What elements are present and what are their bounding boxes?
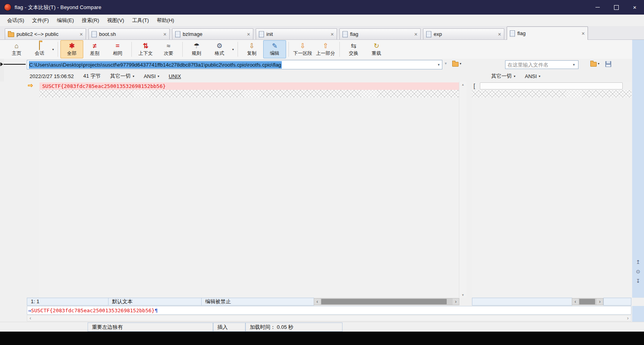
left-browse-button[interactable]: ▾: [452, 61, 461, 67]
window-controls: ×: [588, 0, 644, 15]
scrollbar-thumb[interactable]: [579, 299, 595, 304]
rules-button[interactable]: ☂ 规则: [185, 40, 208, 58]
right-horizontal-scrollbar[interactable]: ‹ ›: [572, 298, 603, 305]
previous-part-icon: ⇧: [323, 42, 328, 50]
beyond-compare-window: flag - 文本比较(T) - Beyond Compare × 会话(S) …: [0, 0, 644, 345]
previous-part-button[interactable]: ⇧ 上一部分: [314, 40, 337, 58]
sessions-button[interactable]: 会话: [28, 40, 51, 58]
right-filename-input[interactable]: [505, 60, 578, 69]
edit-line-scrollbar[interactable]: ‹ ›: [27, 315, 631, 321]
edit-button[interactable]: ✎ 编辑: [263, 40, 286, 58]
copy-icon: ⇩: [249, 42, 255, 50]
swap-button[interactable]: ⇆ 交换: [342, 40, 365, 58]
copy-button[interactable]: ⇩ 复制: [240, 40, 263, 58]
menu-search[interactable]: 搜索(R): [78, 15, 103, 26]
edit-icon: ✎: [272, 42, 277, 50]
scroll-right-icon[interactable]: ›: [597, 299, 603, 304]
tab-flag-1[interactable]: flag ×: [339, 28, 421, 39]
chevron-down-icon: ▾: [158, 75, 159, 78]
show-same-button[interactable]: = 相同: [106, 40, 129, 58]
tab-init[interactable]: init ×: [256, 28, 337, 39]
tab-close-icon[interactable]: ×: [414, 31, 417, 37]
left-vertical-scrollbar[interactable]: ▴ ▾: [459, 82, 466, 298]
left-path-text: C:\Users\asus\Desktop\projects\susctf\e9…: [29, 61, 282, 69]
menu-help[interactable]: 帮助(H): [153, 15, 178, 26]
show-same-icon: =: [116, 42, 120, 50]
tab-close-icon[interactable]: ×: [247, 31, 250, 37]
tab-close-icon[interactable]: ×: [163, 31, 167, 37]
format-button[interactable]: ⚙ 格式: [208, 40, 231, 58]
text-compare-icon: [259, 31, 264, 37]
line-edit-view[interactable]: ⇒ SUSCTF{2083fdc785eac250013532698152bb5…: [27, 306, 631, 315]
tab-public2-public[interactable]: public2 <--> public ×: [5, 28, 86, 39]
swap-icon: ⇆: [351, 42, 356, 50]
left-line-1[interactable]: SUSCTF{2083fdc785eac250013532698152bb56}: [39, 82, 459, 90]
status-bar: 重要左边独有 插入 加载时间： 0.05 秒: [0, 322, 644, 332]
close-button[interactable]: ×: [625, 0, 644, 15]
left-text-pane[interactable]: [39, 82, 459, 298]
left-horizontal-scrollbar[interactable]: ‹ ›: [314, 298, 459, 305]
edit-state: 编辑被禁止: [201, 298, 314, 306]
right-path-dropdown-icon[interactable]: ▾: [573, 63, 575, 67]
right-encoding-dropdown[interactable]: ANSI ▾: [525, 73, 540, 79]
menu-tools[interactable]: 工具(T): [128, 15, 153, 26]
nav-center-icon[interactable]: ⊙: [636, 269, 640, 274]
reload-button[interactable]: ↻ 重载: [365, 40, 388, 58]
home-button[interactable]: ⌂ 主页: [5, 40, 28, 58]
left-path-history-icon[interactable]: ▾: [445, 61, 447, 65]
show-differences-button[interactable]: ≠ 差别: [83, 40, 106, 58]
nav-down-icon[interactable]: ↧: [636, 278, 640, 284]
tab-close-icon[interactable]: ×: [498, 31, 501, 37]
scroll-down-icon[interactable]: ▾: [459, 293, 466, 297]
tab-bar: public2 <--> public × boot.sh × bzImage …: [0, 26, 644, 40]
right-text-pane[interactable]: [472, 82, 631, 298]
menu-view[interactable]: 视图(V): [103, 15, 128, 26]
right-browse-button[interactable]: ▾: [590, 61, 599, 67]
maximize-button[interactable]: [607, 0, 625, 15]
minor-icon: ≈: [167, 42, 170, 50]
menu-edit[interactable]: 编辑(E): [53, 15, 78, 26]
left-filter-dropdown[interactable]: 其它一切 ▾: [110, 73, 134, 80]
tab-exp[interactable]: exp ×: [423, 28, 504, 39]
scroll-left-icon[interactable]: ‹: [572, 299, 578, 304]
left-path-dropdown-icon[interactable]: ▾: [435, 63, 442, 67]
save-icon[interactable]: [605, 61, 611, 67]
rules-icon: ☂: [193, 42, 199, 50]
maximize-icon: [614, 5, 619, 10]
right-filter-dropdown[interactable]: 其它一切 ▾: [491, 73, 515, 80]
pane-status-row: 1: 1 默认文本 编辑被禁止 ‹ › ‹ ›: [0, 298, 644, 306]
left-path-input[interactable]: C:\Users\asus\Desktop\projects\susctf\e9…: [27, 60, 442, 69]
scroll-left-icon[interactable]: ‹: [27, 315, 34, 321]
next-section-button[interactable]: ⇩ 下一区段: [291, 40, 314, 58]
left-line-ending[interactable]: UNIX: [169, 73, 181, 79]
minor-button[interactable]: ≈ 次要: [157, 40, 180, 58]
scroll-left-icon[interactable]: ‹: [314, 299, 320, 304]
load-time: 加载时间： 0.05 秒: [245, 323, 343, 332]
minimize-button[interactable]: [588, 0, 607, 15]
menu-file[interactable]: 文件(F): [28, 15, 53, 26]
menu-session[interactable]: 会话(S): [3, 15, 28, 26]
path-bar: C:\Users\asus\Desktop\projects\susctf\e9…: [0, 59, 644, 71]
tab-boot-sh[interactable]: boot.sh ×: [88, 28, 170, 39]
scroll-right-icon[interactable]: ›: [625, 315, 631, 321]
right-line-1[interactable]: [480, 82, 623, 90]
tab-close-icon[interactable]: ×: [582, 30, 585, 37]
tab-flag-active[interactable]: flag ×: [507, 26, 588, 40]
scrollbar-thumb[interactable]: [321, 299, 447, 304]
diff-arrow-icon: ⇒: [28, 308, 31, 313]
title-bar: flag - 文本比较(T) - Beyond Compare ×: [0, 0, 644, 15]
right-file-info: 其它一切 ▾ ANSI ▾: [491, 73, 540, 80]
scroll-up-icon[interactable]: ▴: [459, 82, 466, 86]
left-encoding-dropdown[interactable]: ANSI ▾: [144, 73, 159, 79]
right-missing-area: [472, 90, 631, 97]
tab-close-icon[interactable]: ×: [80, 31, 83, 37]
format-dropdown-caret-icon[interactable]: ▾: [231, 41, 235, 58]
context-button[interactable]: ⇅ 上下文: [134, 40, 157, 58]
tab-close-icon[interactable]: ×: [331, 31, 334, 37]
nav-up-icon[interactable]: ↥: [636, 259, 640, 265]
tab-bzimage[interactable]: bzImage ×: [172, 28, 253, 39]
scroll-right-icon[interactable]: ›: [453, 299, 459, 304]
sessions-dropdown-caret-icon[interactable]: ▾: [51, 41, 55, 58]
chevron-down-icon: ▾: [133, 75, 134, 78]
show-all-button[interactable]: ✱ 全部: [60, 40, 83, 58]
